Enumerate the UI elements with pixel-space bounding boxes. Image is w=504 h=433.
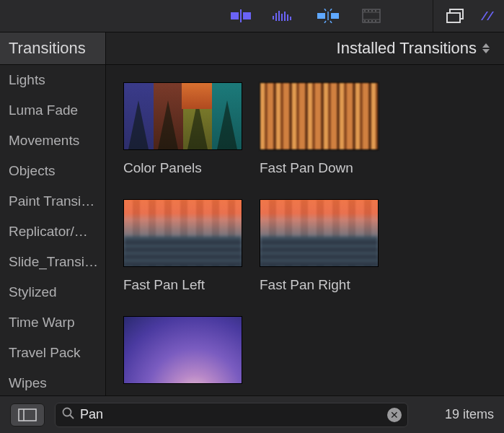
sidebar-item[interactable]: Paint Transi… bbox=[0, 186, 105, 216]
svg-rect-30 bbox=[19, 409, 36, 421]
svg-rect-8 bbox=[287, 14, 288, 21]
link-icon[interactable] bbox=[478, 9, 497, 23]
sidebar-item-label: Objects bbox=[9, 163, 55, 179]
item-count-label: 19 items bbox=[445, 407, 494, 422]
sidebar-item[interactable]: Wipes bbox=[0, 368, 105, 395]
clear-search-button[interactable]: ✕ bbox=[387, 408, 402, 422]
category-sidebar: Lights Luma Fade Movements Objects Paint… bbox=[0, 65, 106, 395]
sidebar-item-label: Travel Pack bbox=[9, 345, 81, 361]
thumbnail-image bbox=[123, 82, 242, 150]
sidebar-item[interactable]: Luma Fade bbox=[0, 95, 105, 126]
sidebar-item[interactable]: Stylized bbox=[0, 277, 105, 307]
top-toolbar bbox=[0, 0, 504, 32]
svg-rect-24 bbox=[364, 20, 366, 22]
sidebar-item-label: Lights bbox=[9, 72, 45, 88]
thumbnail-image bbox=[260, 199, 379, 267]
svg-rect-3 bbox=[273, 16, 274, 19]
sidebar-item-label: Stylized bbox=[9, 284, 57, 300]
panel-title: Transitions bbox=[0, 32, 106, 64]
filmstrip-icon[interactable] bbox=[362, 9, 381, 23]
source-selector-label: Installed Transitions bbox=[337, 39, 477, 58]
transition-thumb[interactable]: Fast Pan Left bbox=[123, 199, 242, 293]
svg-rect-10 bbox=[317, 13, 325, 19]
sidebar-item-label: Luma Fade bbox=[9, 102, 78, 118]
transition-b-icon[interactable] bbox=[316, 9, 340, 23]
sidebar-item[interactable]: Movements bbox=[0, 126, 105, 156]
source-selector[interactable]: Installed Transitions bbox=[106, 32, 504, 64]
stepper-icon bbox=[482, 40, 494, 56]
search-input[interactable] bbox=[80, 407, 381, 422]
search-field[interactable]: ✕ bbox=[55, 403, 408, 427]
search-icon bbox=[61, 406, 74, 423]
svg-rect-9 bbox=[290, 17, 291, 20]
sidebar-item[interactable]: Travel Pack bbox=[0, 338, 105, 368]
sidebar-item[interactable]: Slide_Transi… bbox=[0, 247, 105, 277]
sidebar-item-label: Movements bbox=[9, 133, 79, 149]
sidebar-item[interactable]: Lights bbox=[0, 65, 105, 95]
transition-thumb[interactable] bbox=[123, 316, 242, 384]
transition-thumb[interactable]: Color Panels bbox=[123, 82, 242, 176]
sidebar-item-label: Wipes bbox=[9, 375, 47, 391]
sidebar-item-label: Paint Transi… bbox=[9, 193, 94, 209]
panel-title-label: Transitions bbox=[9, 39, 86, 58]
layout-toggle-button[interactable] bbox=[10, 403, 45, 427]
thumbnail-label: Fast Pan Left bbox=[123, 277, 242, 293]
sidebar-item-label: Time Warp bbox=[9, 315, 74, 331]
svg-rect-7 bbox=[284, 12, 286, 21]
svg-rect-2 bbox=[240, 9, 242, 22]
svg-rect-23 bbox=[375, 10, 376, 12]
svg-line-15 bbox=[324, 9, 326, 11]
transition-thumb[interactable]: Fast Pan Right bbox=[260, 199, 379, 293]
svg-point-32 bbox=[63, 408, 71, 416]
thumbnail-image bbox=[260, 82, 379, 150]
sidebar-item-label: Slide_Transi… bbox=[9, 254, 98, 270]
browser-header: Transitions Installed Transitions bbox=[0, 32, 504, 65]
footer-bar: ✕ 19 items bbox=[0, 395, 504, 433]
svg-line-14 bbox=[330, 21, 332, 23]
windows-icon[interactable] bbox=[446, 9, 465, 23]
transition-thumb[interactable]: Fast Pan Down bbox=[260, 82, 379, 176]
svg-rect-20 bbox=[364, 10, 366, 12]
svg-rect-27 bbox=[375, 20, 376, 22]
svg-rect-11 bbox=[331, 13, 339, 19]
thumbnail-image bbox=[123, 316, 242, 384]
thumbnail-label: Fast Pan Down bbox=[260, 160, 379, 176]
svg-rect-6 bbox=[281, 14, 283, 21]
sidebar-item[interactable]: Time Warp bbox=[0, 307, 105, 338]
audio-levels-icon[interactable] bbox=[273, 9, 294, 22]
svg-rect-26 bbox=[371, 20, 373, 22]
thumbnail-label: Fast Pan Right bbox=[260, 277, 379, 293]
svg-rect-29 bbox=[447, 13, 460, 22]
sidebar-item[interactable]: Replicator/… bbox=[0, 216, 105, 247]
thumbnail-grid: Color Panels Fast Pan Down Fast Pan Left… bbox=[106, 65, 504, 395]
svg-rect-25 bbox=[368, 20, 369, 22]
sidebar-item-label: Replicator/… bbox=[9, 224, 88, 240]
svg-rect-5 bbox=[278, 11, 280, 21]
sidebar-item[interactable]: Objects bbox=[0, 156, 105, 186]
svg-rect-0 bbox=[231, 12, 239, 19]
transition-a-icon[interactable] bbox=[231, 9, 251, 22]
svg-line-16 bbox=[330, 9, 332, 11]
svg-rect-4 bbox=[275, 13, 277, 21]
svg-line-33 bbox=[70, 415, 74, 419]
thumbnail-label: Color Panels bbox=[123, 160, 242, 176]
thumbnail-image bbox=[123, 199, 242, 267]
svg-line-13 bbox=[324, 21, 326, 23]
svg-rect-22 bbox=[371, 10, 373, 12]
svg-rect-1 bbox=[243, 12, 251, 19]
svg-rect-21 bbox=[368, 10, 369, 12]
